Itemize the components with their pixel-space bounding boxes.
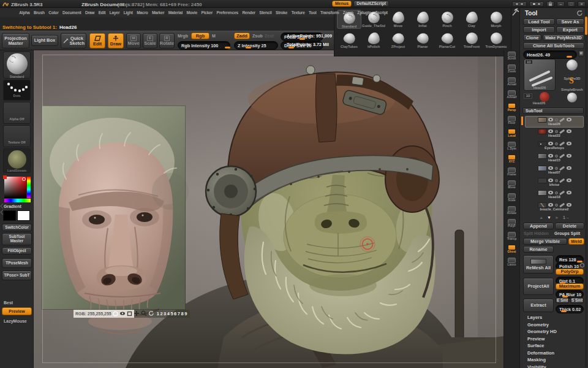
- right-shelf-local[interactable]: Local: [505, 128, 519, 140]
- lock-icon[interactable]: [546, 1, 554, 7]
- thick-slider[interactable]: Thick 0.02: [556, 305, 584, 313]
- shelf-brush-trimdynamic[interactable]: TrimDynamic: [484, 31, 508, 48]
- section-geometry-hd[interactable]: Geometry HD: [527, 329, 557, 334]
- clone-button[interactable]: Clone: [523, 34, 541, 41]
- lazymouse-button[interactable]: LazyMouse: [4, 319, 27, 323]
- crop-icon[interactable]: [127, 311, 132, 317]
- menu-zoom[interactable]: Zoom: [341, 10, 356, 15]
- section-visibility[interactable]: Visibility: [527, 364, 546, 368]
- circle-icon[interactable]: [555, 142, 558, 145]
- clone-all-subtools-button[interactable]: Clone All SubTools: [523, 42, 584, 49]
- circle-icon[interactable]: [555, 118, 558, 121]
- shelf-brush-clay[interactable]: Clay: [459, 10, 484, 29]
- tool-panel-scrollbar[interactable]: [585, 8, 587, 367]
- split-hidden-button[interactable]: Split Hidden: [524, 231, 549, 236]
- circle-icon[interactable]: [555, 167, 558, 170]
- reference-image[interactable]: [42, 105, 189, 334]
- current-alpha-thumbnail[interactable]: Alpha Off: [3, 102, 31, 124]
- menu-macro[interactable]: Macro: [135, 10, 150, 15]
- right-shelf-rotate[interactable]: Rotate: [505, 205, 519, 218]
- circle-icon[interactable]: [555, 204, 558, 207]
- shelf-brush-planarcut[interactable]: PlanarCut: [435, 31, 459, 48]
- import-button[interactable]: Import: [523, 26, 555, 33]
- menu-preferences[interactable]: Preferences: [214, 10, 240, 15]
- subtool-row[interactable]: Head07: [525, 165, 584, 177]
- move-cross-icon[interactable]: [134, 310, 140, 317]
- e-smt-button[interactable]: E Smt: [556, 297, 569, 304]
- section-masking[interactable]: Masking: [527, 357, 546, 362]
- shelf-brush-trimfront[interactable]: TrimFront: [459, 31, 484, 48]
- save-as-button[interactable]: Save As: [556, 18, 584, 25]
- menu-alpha[interactable]: Alpha: [17, 10, 32, 15]
- render-preview-button[interactable]: Preview: [2, 307, 32, 315]
- visibility-eye-icon[interactable]: [548, 166, 553, 170]
- right-shelf-move[interactable]: Move: [505, 179, 519, 192]
- right-shelf-actual[interactable]: Actual: [505, 76, 519, 89]
- menu-zscript[interactable]: Zscript: [373, 10, 390, 15]
- zcut-button[interactable]: Zcut: [265, 34, 274, 38]
- right-shelf-polyf[interactable]: PolyF: [505, 218, 519, 231]
- menu-marker[interactable]: Marker: [150, 10, 167, 15]
- menu-brush[interactable]: Brush: [32, 10, 47, 15]
- recent-tool-label[interactable]: Head26: [522, 101, 556, 105]
- quick-pick-simplebrush[interactable]: S SimpleBrush: [559, 75, 585, 91]
- extract-button[interactable]: Extract: [523, 299, 554, 312]
- subtool-row[interactable]: Head26: [525, 116, 584, 128]
- eye-icon[interactable]: [119, 311, 126, 316]
- switchcolor-button[interactable]: SwitchColor: [2, 224, 32, 231]
- subtool-duplicate-button[interactable]: 1→: [563, 215, 570, 220]
- pencil-icon[interactable]: [559, 202, 565, 207]
- right-shelf-zoom[interactable]: Zoom: [505, 63, 519, 76]
- eye-icon[interactable]: [567, 166, 571, 170]
- pencil-icon[interactable]: [559, 141, 565, 145]
- pencil-icon[interactable]: [559, 129, 565, 133]
- pencil-icon[interactable]: [559, 117, 565, 121]
- current-tool-thumbnail[interactable]: 10 Head26: [524, 59, 556, 91]
- right-shelf-lasso[interactable]: Lasso: [505, 256, 519, 269]
- menu-texture[interactable]: Texture: [289, 10, 306, 15]
- render-best-button[interactable]: Best: [4, 301, 13, 305]
- make-polymesh3d-button[interactable]: Make PolyMesh3D: [543, 34, 584, 41]
- shelf-brush-inflat[interactable]: Inflat: [410, 10, 435, 29]
- move-button[interactable]: M Move: [126, 33, 141, 48]
- subtool-row[interactable]: Head22: [525, 128, 584, 140]
- menu-stencil[interactable]: Stencil: [257, 10, 274, 15]
- sculpt-viewport[interactable]: [34, 49, 503, 368]
- weld-button[interactable]: Weld: [568, 238, 584, 245]
- refresh-icon[interactable]: [576, 10, 583, 17]
- remesh-all-button[interactable]: ReMesh All: [523, 255, 554, 274]
- circle-icon[interactable]: [555, 179, 558, 182]
- subtool-row[interactable]: EyesRetops: [525, 140, 584, 152]
- right-shelf-frame[interactable]: Frame: [505, 166, 519, 179]
- zoom-levels[interactable]: 123456789: [157, 311, 188, 316]
- pencil-icon[interactable]: [559, 178, 565, 182]
- divider-buttons-2[interactable]: [529, 1, 544, 7]
- subtool-next-button[interactable]: ►: [555, 215, 559, 220]
- visibility-eye-icon[interactable]: [548, 178, 553, 182]
- rgb-intensity-slider[interactable]: Rgb Intensity 100: [178, 41, 230, 50]
- export-button[interactable]: Export: [556, 26, 584, 33]
- menu-draw[interactable]: Draw: [83, 10, 97, 15]
- subtool-master-button[interactable]: SubTool Master: [2, 233, 32, 245]
- tposemesh-button[interactable]: TPoseMesh: [2, 258, 32, 268]
- subtool-row[interactable]: bfoise: [525, 177, 584, 189]
- menu-render[interactable]: Render: [240, 10, 257, 15]
- s-smt-button[interactable]: S Smt: [570, 297, 584, 304]
- shelf-brush-move[interactable]: Move: [386, 10, 410, 29]
- menu-layer[interactable]: Layer: [107, 10, 121, 15]
- shelf-brush-morph[interactable]: Morph: [484, 10, 508, 29]
- visibility-eye-icon[interactable]: [548, 203, 553, 207]
- menu-transform[interactable]: Transform: [318, 10, 341, 15]
- eye-icon[interactable]: [567, 191, 571, 194]
- pencil-icon[interactable]: [559, 153, 565, 158]
- menu-movie[interactable]: Movie: [184, 10, 199, 15]
- menu-light[interactable]: Light: [121, 10, 135, 15]
- shelf-brush-pinch[interactable]: Pinch: [435, 10, 459, 29]
- eye-icon[interactable]: [567, 203, 571, 207]
- pencil-icon[interactable]: [559, 190, 565, 194]
- section-preview[interactable]: Preview: [527, 336, 545, 342]
- secondary-color-swatch[interactable]: [17, 210, 30, 221]
- right-shelf-lsym[interactable]: L.Sym: [505, 140, 519, 153]
- load-tool-button[interactable]: Load Tool: [523, 18, 555, 25]
- default-zscript-button[interactable]: DefaultZScript: [353, 1, 389, 7]
